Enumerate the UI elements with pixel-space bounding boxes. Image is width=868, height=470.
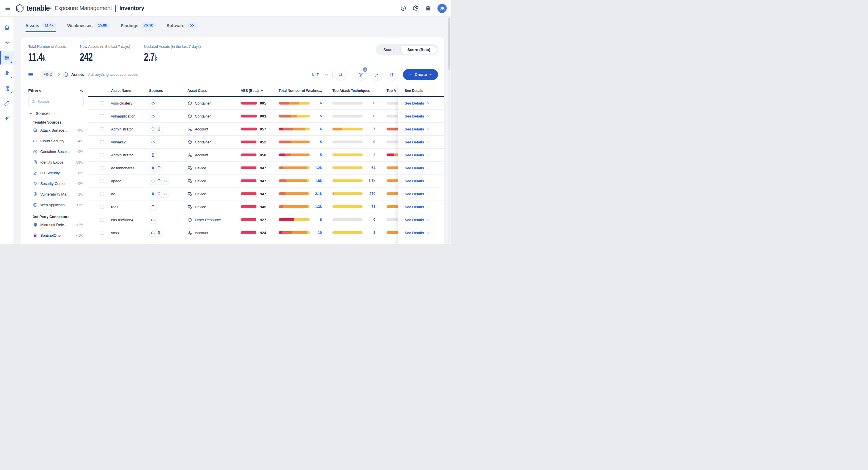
row-checkbox[interactable] <box>100 205 104 209</box>
table-row[interactable]: dc1+1Device9472.1k270 <box>88 187 444 200</box>
attack-techniques-value[interactable]: 270 <box>364 192 375 196</box>
weaknesses-value[interactable]: 1.3k <box>311 205 322 209</box>
weaknesses-value[interactable]: 2.1k <box>311 192 322 196</box>
filter-item[interactable]: Vulnerability Ma...2% <box>33 189 84 200</box>
table-row[interactable]: apadc+1Device9471.8k1.7k <box>88 175 444 187</box>
row-checkbox[interactable] <box>100 179 104 183</box>
attack-techniques-value[interactable]: 3 <box>364 231 375 235</box>
sidebar-item-inventory[interactable] <box>0 51 13 64</box>
table-row[interactable]: vulnaks2Container95250 <box>88 136 444 149</box>
weaknesses-value[interactable]: 5 <box>311 114 322 118</box>
sidebar-item-activity[interactable] <box>0 36 13 49</box>
weaknesses-value[interactable]: 6 <box>311 218 322 222</box>
attack-techniques-value[interactable]: 64 <box>364 166 375 170</box>
row-checkbox[interactable] <box>100 127 104 131</box>
main-menu-icon[interactable] <box>5 5 11 11</box>
table-row[interactable]: rdc1Device9451.3k71 <box>88 200 444 213</box>
row-checkbox[interactable] <box>100 114 104 118</box>
sidebar-item-apps[interactable] <box>0 112 13 125</box>
row-checkbox[interactable] <box>100 166 104 170</box>
find-scope-chip[interactable]: FIND <box>40 71 55 78</box>
filter-item[interactable]: SentinelOne<1% <box>33 230 84 241</box>
table-row[interactable]: vulnapplicationContainer99350 <box>88 110 444 123</box>
search-input[interactable] <box>88 72 308 77</box>
create-button[interactable]: Create <box>403 69 438 80</box>
column-header-4[interactable]: AES (Beta) <box>241 89 279 93</box>
tab-weaknesses[interactable]: Weaknesses15.8k <box>67 23 110 32</box>
see-details-link[interactable]: See Details <box>405 101 430 106</box>
see-details-link[interactable]: See Details <box>405 127 430 131</box>
columns-button[interactable] <box>387 69 398 80</box>
column-header-2[interactable]: Sources <box>149 89 187 93</box>
sources-group-toggle[interactable]: Sources <box>29 111 84 116</box>
global-search-field[interactable]: FIND Assets NLP <box>38 69 344 80</box>
row-checkbox[interactable] <box>100 231 104 235</box>
user-avatar[interactable]: SK <box>437 4 447 13</box>
weaknesses-value[interactable]: 10 <box>311 231 322 235</box>
column-header-5[interactable]: Total Number of Weakne... <box>279 89 332 93</box>
see-details-link[interactable]: See Details <box>405 218 430 222</box>
see-details-link[interactable]: See Details <box>405 231 430 235</box>
attack-techniques-value[interactable]: 71 <box>364 205 375 209</box>
weaknesses-value[interactable]: 5 <box>311 153 322 157</box>
page-scrollbar[interactable] <box>448 18 451 242</box>
see-details-link[interactable]: See Details <box>405 205 430 209</box>
table-row[interactable]: eks-f8c50ee4-...Other Resource92760 <box>88 213 444 226</box>
see-details-link[interactable]: See Details <box>405 166 430 170</box>
filter-item[interactable]: Microsoft Defe...<1% <box>33 219 84 230</box>
more-sources-chip[interactable]: +1 <box>161 177 169 185</box>
filter-item[interactable]: Security Center0% <box>33 178 84 189</box>
score-toggle-option-1[interactable]: Score (Beta) <box>400 45 437 54</box>
see-details-link[interactable]: See Details <box>405 153 430 157</box>
filter-item[interactable]: Container Secur...0% <box>33 146 84 157</box>
attack-techniques-value[interactable]: 1.7k <box>364 179 375 183</box>
see-details-link[interactable]: See Details <box>405 192 430 196</box>
weaknesses-value[interactable]: 6 <box>311 101 322 105</box>
see-details-link[interactable]: See Details <box>405 179 430 183</box>
see-details-link[interactable]: See Details <box>405 140 430 144</box>
filters-search-box[interactable] <box>28 97 84 106</box>
table-row[interactable] <box>88 239 444 244</box>
row-checkbox[interactable] <box>100 218 104 222</box>
column-header-3[interactable]: Asset Class <box>187 89 241 93</box>
weaknesses-value[interactable]: 1.2k <box>311 166 322 170</box>
table-row[interactable]: yossiAccount924103 <box>88 226 444 239</box>
column-header-1[interactable]: Asset Name <box>111 89 149 93</box>
table-row[interactable]: AdministratorAccount95767 <box>88 123 444 136</box>
table-row[interactable]: dc.tenboneres...Device9471.2k64 <box>88 161 444 175</box>
tab-software[interactable]: Software55 <box>167 23 197 32</box>
filter-item[interactable]: OT Security8% <box>33 168 84 178</box>
weaknesses-value[interactable]: 6 <box>311 127 322 131</box>
collapse-panel-icon[interactable] <box>79 88 84 93</box>
tab-assets[interactable]: Assets11.4k <box>25 23 56 32</box>
filter-button[interactable]: 1 <box>355 69 366 80</box>
query-mode-selector[interactable]: NLP <box>308 72 332 77</box>
attack-techniques-value[interactable]: 7 <box>364 127 375 131</box>
help-icon[interactable] <box>400 5 406 11</box>
filter-item[interactable]: Web Applicatio...<1% <box>33 200 84 210</box>
sidebar-item-attack-path[interactable] <box>0 82 13 95</box>
weaknesses-value[interactable]: 1.8k <box>311 179 322 183</box>
row-checkbox[interactable] <box>100 101 104 106</box>
filters-search-input[interactable] <box>37 100 81 104</box>
sidebar-item-home[interactable] <box>0 21 13 34</box>
filter-item[interactable]: Identity Expos...69% <box>33 157 84 168</box>
table-row[interactable]: yossicluster3Container99560 <box>88 97 444 110</box>
sidebar-item-tag[interactable] <box>0 97 13 110</box>
row-checkbox[interactable] <box>100 192 104 196</box>
filter-item[interactable]: Attack Surface ...0% <box>33 125 84 136</box>
sidebar-item-analytics[interactable] <box>0 66 13 80</box>
filter-item[interactable]: Cloud Security24% <box>33 136 84 146</box>
query-menu-icon[interactable] <box>28 71 34 78</box>
column-header-6[interactable]: Top Attack Techniques <box>332 89 386 93</box>
weaknesses-value[interactable]: 5 <box>311 140 322 144</box>
attack-techniques-value[interactable]: 2 <box>364 153 375 157</box>
row-checkbox[interactable] <box>100 153 104 157</box>
search-submit-icon[interactable] <box>335 69 346 80</box>
more-sources-chip[interactable]: +1 <box>161 190 169 198</box>
settings-gear-icon[interactable] <box>413 5 419 11</box>
app-launcher-grid-icon[interactable] <box>425 5 431 11</box>
tab-findings[interactable]: Findings76.4k <box>121 23 156 32</box>
row-checkbox[interactable] <box>100 244 104 244</box>
page-scrollbar-thumb[interactable] <box>448 18 451 70</box>
